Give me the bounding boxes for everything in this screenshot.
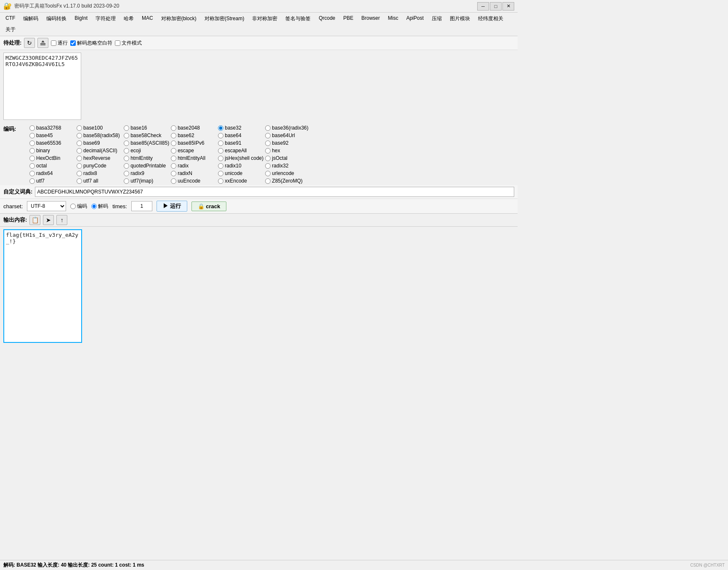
menu-item-[interactable]: 签名与验签 <box>282 13 314 24</box>
encoding-radio-base69[interactable] <box>77 141 82 146</box>
ignore-blank-check[interactable] <box>70 40 76 46</box>
encoding-radio-radix10[interactable] <box>218 163 223 169</box>
menu-item-[interactable]: 图片模块 <box>446 13 474 24</box>
encoding-radio-hexoctbin[interactable] <box>29 156 35 161</box>
encoding-radio-decimalascii[interactable] <box>77 148 82 154</box>
encoding-radio-base32[interactable] <box>218 125 223 131</box>
encoding-option-quotedprintable[interactable]: quotedPrintable <box>123 162 170 169</box>
decode-radio[interactable] <box>91 204 97 209</box>
encoding-option-base36radix36[interactable]: base36(radix36) <box>264 125 311 131</box>
encoding-option-base100[interactable]: base100 <box>76 125 123 131</box>
encoding-radio-urlencode[interactable] <box>265 171 271 176</box>
maximize-button[interactable]: □ <box>490 2 502 11</box>
menu-item-mac[interactable]: MAC <box>138 13 157 24</box>
refresh-button[interactable]: ↻ <box>24 38 35 48</box>
encoding-radio-utf7imap[interactable] <box>124 178 129 184</box>
menu-item-[interactable]: 哈希 <box>120 13 138 24</box>
encoding-radio-base45[interactable] <box>29 133 35 138</box>
encoding-option-xxencode[interactable]: xxEncode <box>217 178 264 184</box>
encoding-option-hexoctbin[interactable]: HexOctBin <box>29 155 76 162</box>
encoding-radio-htmlentity[interactable] <box>124 156 129 161</box>
encoding-radio-basa32768[interactable] <box>29 125 35 131</box>
encode-radio[interactable] <box>70 204 76 209</box>
charset-select[interactable]: UTF-8GBKISO-8859-1UTF-16 <box>27 201 66 211</box>
encoding-option-base16[interactable]: base16 <box>123 125 170 131</box>
encoding-radio-base36radix36[interactable] <box>265 125 271 131</box>
encode-radio-label[interactable]: 编码 <box>70 203 87 210</box>
encoding-option-ecoji[interactable]: ecoji <box>123 147 170 154</box>
encoding-radio-base16[interactable] <box>124 125 129 131</box>
close-button[interactable]: ✕ <box>502 2 514 11</box>
encoding-option-urlencode[interactable]: urlencode <box>264 170 311 177</box>
encoding-option-base32[interactable]: base32 <box>217 125 264 131</box>
menu-item-[interactable]: 非对称加密 <box>248 13 281 24</box>
menu-item-bigint[interactable]: BigInt <box>71 13 91 24</box>
encoding-radio-base58check[interactable] <box>124 133 129 138</box>
output-textarea[interactable] <box>3 229 82 343</box>
encoding-radio-htmlentityall[interactable] <box>171 156 176 161</box>
encoding-option-utf7imap[interactable]: utf7(imap) <box>123 178 170 184</box>
encoding-radio-base65536[interactable] <box>29 141 35 146</box>
encoding-radio-base58radix58[interactable] <box>77 133 82 138</box>
encoding-option-base58radix58[interactable]: base58(radix58) <box>76 132 123 139</box>
encoding-radio-escapeall[interactable] <box>218 148 223 154</box>
decode-radio-label[interactable]: 解码 <box>91 203 108 210</box>
encoding-radio-base85ascii85[interactable] <box>124 141 129 146</box>
menu-item-browser[interactable]: Browser <box>358 13 384 24</box>
encoding-option-radix32[interactable]: radix32 <box>264 162 311 169</box>
encoding-option-jshexshellcode[interactable]: jsHex(shell code) <box>217 155 264 162</box>
menu-item-apipost[interactable]: ApiPost <box>402 13 427 24</box>
encoding-option-base64[interactable]: base64 <box>217 132 264 139</box>
menu-item-ctf[interactable]: CTF <box>2 13 19 24</box>
menu-item-[interactable]: 编码转换 <box>43 13 70 24</box>
encoding-option-unicode[interactable]: unicode <box>217 170 264 177</box>
copy-button[interactable]: 📋 <box>29 215 40 225</box>
encoding-radio-radix8[interactable] <box>77 171 82 176</box>
encoding-option-escapeall[interactable]: escapeAll <box>217 147 264 154</box>
encoding-option-punycode[interactable]: punyCode <box>76 162 123 169</box>
encoding-radio-jshexshellcode[interactable] <box>218 156 223 161</box>
encoding-radio-z85zeromq[interactable] <box>265 178 271 184</box>
encoding-radio-base100[interactable] <box>77 125 82 131</box>
encoding-option-radix[interactable]: radix <box>170 162 217 169</box>
file-mode-checkbox[interactable]: 文件模式 <box>115 40 142 47</box>
encoding-option-radix8[interactable]: radix8 <box>76 170 123 177</box>
encoding-option-uuencode[interactable]: uuEncode <box>170 178 217 184</box>
encoding-radio-octal[interactable] <box>29 163 35 169</box>
encoding-option-radixn[interactable]: radixN <box>170 170 217 177</box>
sequential-check[interactable] <box>51 40 56 46</box>
menu-item-[interactable]: 经纬度相关 <box>474 13 507 24</box>
encoding-option-base85ipv6[interactable]: base85IPv6 <box>170 140 217 146</box>
encoding-option-basa32768[interactable]: basa32768 <box>29 125 76 131</box>
import-button[interactable] <box>37 38 48 48</box>
encoding-radio-uuencode[interactable] <box>171 178 176 184</box>
encoding-option-z85zeromq[interactable]: Z85(ZeroMQ) <box>264 178 311 184</box>
encoding-option-binary[interactable]: binary <box>29 147 76 154</box>
encoding-radio-hex[interactable] <box>265 148 271 154</box>
encoding-radio-base64[interactable] <box>218 133 223 138</box>
encoding-option-radix10[interactable]: radix10 <box>217 162 264 169</box>
encoding-option-base92[interactable]: base92 <box>264 140 311 146</box>
encoding-radio-punycode[interactable] <box>77 163 82 169</box>
encoding-option-base64url[interactable]: base64Url <box>264 132 311 139</box>
encoding-option-htmlentity[interactable]: htmlEntity <box>123 155 170 162</box>
encoding-option-base58check[interactable]: base58Check <box>123 132 170 139</box>
encoding-radio-unicode[interactable] <box>218 171 223 176</box>
encoding-radio-binary[interactable] <box>29 148 35 154</box>
menu-item-[interactable]: 压缩 <box>428 13 446 24</box>
encoding-option-jsoctal[interactable]: jsOctal <box>264 155 311 162</box>
encoding-radio-quotedprintable[interactable] <box>124 163 129 169</box>
encoding-option-base65536[interactable]: base65536 <box>29 140 76 146</box>
encoding-radio-base64url[interactable] <box>265 133 271 138</box>
menu-item-[interactable]: 编解码 <box>19 13 42 24</box>
encoding-option-base62[interactable]: base62 <box>170 132 217 139</box>
encoding-radio-base62[interactable] <box>171 133 176 138</box>
encoding-radio-base85ipv6[interactable] <box>171 141 176 146</box>
upload-button[interactable]: ↑ <box>56 215 67 225</box>
encoding-option-decimalascii[interactable]: decimal(ASCII) <box>76 147 123 154</box>
menu-item-stream[interactable]: 对称加密(Stream) <box>201 13 248 24</box>
times-input[interactable] <box>131 201 152 211</box>
ignore-blank-checkbox[interactable]: 解码忽略空白符 <box>70 40 112 47</box>
encoding-option-utf7[interactable]: utf7 <box>29 178 76 184</box>
custom-dict-input[interactable] <box>35 187 514 197</box>
